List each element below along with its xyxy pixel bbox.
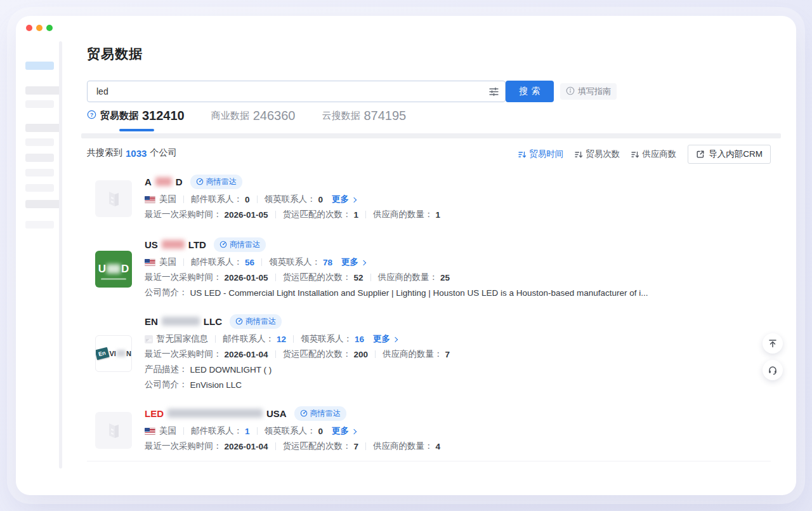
- import-crm-button[interactable]: 导入内部CRM: [688, 145, 771, 164]
- company-logo-placeholder: [95, 412, 132, 449]
- company-intro: US LED - Commercial Light Installation a…: [190, 288, 648, 298]
- tab-business-data[interactable]: 商业数据 246360: [211, 109, 296, 123]
- no-country-icon: [145, 335, 153, 343]
- results-controls: 贸易时间 贸易次数 供应商数 导入内部CRM: [518, 145, 771, 164]
- sidebar-item[interactable]: [25, 100, 54, 108]
- sidebar-item[interactable]: [25, 154, 54, 162]
- linkedin-contact-count: 0: [318, 195, 324, 204]
- radar-icon: [219, 241, 227, 248]
- last-purchase-date: 2026-01-04: [225, 442, 268, 451]
- more-link[interactable]: 更多: [332, 194, 356, 205]
- company-logo: EnVIN: [95, 335, 132, 372]
- sort-icon: [575, 150, 583, 159]
- country-label: 美国: [159, 425, 176, 437]
- tab-trade-data[interactable]: ? 贸易数据 312410: [87, 109, 185, 123]
- country-label: 美国: [159, 194, 176, 205]
- sort-trade-time[interactable]: 贸易时间: [518, 149, 563, 160]
- company-intro: EnVision LLC: [190, 380, 242, 390]
- sidebar-item[interactable]: [25, 124, 62, 132]
- last-purchase-date: 2026-01-05: [225, 273, 268, 282]
- window-minimize-dot[interactable]: [36, 25, 43, 31]
- sidebar-item[interactable]: [25, 86, 62, 95]
- fill-guide-link[interactable]: 填写指南: [560, 83, 617, 100]
- chevron-right-icon: [351, 197, 357, 202]
- back-to-top-button[interactable]: [763, 333, 783, 354]
- sidebar-item[interactable]: [25, 200, 62, 208]
- headset-icon: [768, 365, 778, 375]
- window-zoom-dot[interactable]: [46, 25, 53, 31]
- country-label: 美国: [159, 256, 176, 268]
- freight-match-count: 7: [354, 442, 359, 451]
- supplier-count: 25: [440, 273, 450, 282]
- search-button[interactable]: 搜索: [506, 81, 554, 102]
- more-link[interactable]: 更多: [373, 333, 397, 345]
- business-radar-badge[interactable]: 商情雷达: [190, 175, 242, 189]
- keyword-highlight: LED: [145, 408, 164, 419]
- linkedin-contact-count: 0: [318, 427, 324, 436]
- window-close-dot[interactable]: [26, 25, 32, 31]
- company-card[interactable]: A D 商情雷达 美国 邮件联系人：0 领英联: [95, 175, 771, 222]
- customer-service-button[interactable]: [763, 360, 783, 380]
- company-name[interactable]: US LTD: [145, 239, 206, 250]
- page-title: 贸易数据: [87, 45, 143, 63]
- import-icon: [696, 150, 705, 159]
- redacted-name-segment: [162, 240, 185, 249]
- radar-icon: [300, 409, 308, 417]
- question-circle-icon[interactable]: ?: [87, 110, 96, 122]
- back-to-top-icon: [768, 338, 778, 348]
- chevron-right-icon: [361, 260, 366, 265]
- company-logo-placeholder: [95, 180, 132, 217]
- company-name[interactable]: EN LLC: [145, 316, 222, 327]
- company-logo: UD: [95, 251, 132, 288]
- linkedin-contact-count[interactable]: 78: [323, 258, 332, 267]
- sort-supplier-count[interactable]: 供应商数: [631, 149, 676, 160]
- email-contact-count[interactable]: 1: [245, 427, 250, 436]
- last-purchase-date: 2026-01-05: [225, 210, 268, 220]
- company-card[interactable]: LED USA 商情雷达 美国 邮件联系人：1: [95, 406, 771, 454]
- company-name[interactable]: LED USA: [145, 408, 287, 419]
- redacted-name-segment: [155, 177, 172, 186]
- us-flag-icon: [145, 428, 155, 435]
- business-radar-badge[interactable]: 商情雷达: [294, 406, 346, 421]
- app-window: 贸易数据 搜索 填写指南 ?: [16, 16, 796, 495]
- sidebar-divider: [59, 41, 62, 468]
- email-contact-count: 0: [245, 195, 250, 204]
- company-name[interactable]: A D: [145, 176, 183, 187]
- company-card[interactable]: EnVIN EN LLC 商情雷达 暂: [95, 314, 771, 392]
- data-tabs: ? 贸易数据 312410 商业数据 246360 云搜数据 874195: [87, 109, 406, 123]
- section-divider-bar: [81, 133, 781, 138]
- info-icon: [566, 86, 575, 97]
- last-purchase-date: 2026-01-04: [225, 350, 268, 359]
- sidebar-item[interactable]: [25, 138, 54, 146]
- country-label: 暂无国家信息: [157, 333, 208, 345]
- sidebar-item[interactable]: [25, 169, 54, 176]
- company-card[interactable]: UD US LTD 商情雷达: [95, 237, 771, 300]
- business-radar-badge[interactable]: 商情雷达: [214, 237, 266, 252]
- sidebar-item-active[interactable]: [25, 62, 54, 70]
- sidebar-item[interactable]: [25, 221, 54, 229]
- email-contact-count[interactable]: 56: [245, 258, 254, 267]
- search-input-wrap: [87, 81, 506, 102]
- freight-match-count: 52: [354, 273, 363, 282]
- sidebar-item[interactable]: [25, 184, 54, 192]
- redacted-logo-segment: [107, 264, 121, 274]
- more-link[interactable]: 更多: [341, 256, 365, 268]
- sort-trade-count[interactable]: 贸易次数: [575, 149, 620, 160]
- redacted-logo-segment: [117, 350, 126, 357]
- chevron-right-icon: [393, 336, 398, 342]
- business-radar-badge[interactable]: 商情雷达: [230, 314, 282, 329]
- linkedin-contact-count[interactable]: 16: [355, 335, 364, 344]
- supplier-count: 1: [436, 210, 441, 220]
- search-input[interactable]: [88, 81, 505, 102]
- more-link[interactable]: 更多: [332, 425, 356, 437]
- redacted-name-segment: [167, 409, 263, 418]
- radar-icon: [196, 178, 204, 185]
- advanced-filter-icon[interactable]: [488, 86, 499, 100]
- result-count: 1033: [126, 148, 147, 159]
- list-bottom-divider: [87, 461, 771, 461]
- sort-icon: [631, 150, 639, 159]
- tab-cloud-search-data[interactable]: 云搜数据 874195: [322, 109, 407, 123]
- email-contact-count[interactable]: 12: [277, 335, 286, 344]
- radar-icon: [235, 317, 243, 325]
- results-summary: 共搜索到 1033 个公司: [87, 147, 176, 159]
